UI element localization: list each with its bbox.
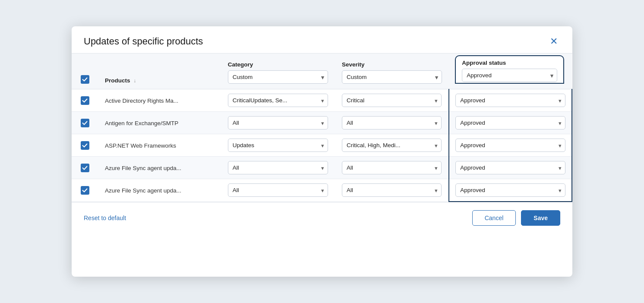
row-severity-select[interactable]: Critical, High, Medi...AllCriticalHigh xyxy=(342,139,442,152)
header-category-select[interactable]: Custom All CriticalUpdates Updates xyxy=(228,70,328,84)
row-category-select-wrap: AllCriticalUpdatesUpdates ▾ xyxy=(228,161,328,174)
header-checkbox[interactable] xyxy=(81,75,89,84)
header-approval-select-wrap: Approved All Not approved Pending ▾ xyxy=(462,69,557,82)
dialog-header: Updates of specific products ✕ xyxy=(72,26,572,54)
row-approval-select-wrap: ApprovedAllNot approved ▾ xyxy=(455,116,565,129)
table-row: Antigen for Exchange/SMTP AllCriticalUpd… xyxy=(72,112,572,134)
dialog-title: Updates of specific products xyxy=(84,36,203,47)
row-severity-cell: AllCriticalHighMedium ▾ xyxy=(335,157,449,179)
row-product-name: Azure File Sync agent upda... xyxy=(98,157,221,179)
row-severity-cell: Critical, High, Medi...AllCriticalHigh ▾ xyxy=(335,134,449,157)
row-approval-select[interactable]: ApprovedAllNot approved xyxy=(455,183,565,197)
row-approval-cell: ApprovedAllNot approved ▾ xyxy=(449,179,572,202)
sort-icon: ↓ xyxy=(133,78,136,84)
col-header-category: Category Custom All CriticalUpdates Upda… xyxy=(221,54,335,89)
table-row: ASP.NET Web Frameworks UpdatesAllCritica… xyxy=(72,134,572,157)
row-checkbox-cell xyxy=(72,134,98,157)
row-category-select-wrap: AllCriticalUpdatesUpdates ▾ xyxy=(228,183,328,197)
row-severity-select[interactable]: AllCriticalHighMedium xyxy=(342,183,442,197)
row-checkbox-cell xyxy=(72,157,98,179)
row-severity-select[interactable]: CriticalAllHighMedium xyxy=(342,94,442,107)
row-severity-select-wrap: CriticalAllHighMedium ▾ xyxy=(342,94,442,107)
row-severity-select-wrap: AllCriticalHighMedium ▾ xyxy=(342,161,442,174)
col-header-product: Products ↓ xyxy=(98,54,221,89)
row-severity-cell: CriticalAllHighMedium ▾ xyxy=(335,89,449,112)
row-category-select-wrap: AllCriticalUpdatesUpdates ▾ xyxy=(228,116,328,129)
row-approval-select-wrap: ApprovedAllNot approved ▾ xyxy=(455,161,565,174)
row-category-select[interactable]: AllCriticalUpdatesUpdates xyxy=(228,116,328,129)
row-checkbox[interactable] xyxy=(81,141,89,150)
row-category-select[interactable]: AllCriticalUpdatesUpdates xyxy=(228,183,328,197)
row-approval-select-wrap: ApprovedAllNot approved ▾ xyxy=(455,94,565,107)
row-approval-select[interactable]: ApprovedAllNot approved xyxy=(455,116,565,129)
table-row: Azure File Sync agent upda... AllCritica… xyxy=(72,157,572,179)
row-approval-cell: ApprovedAllNot approved ▾ xyxy=(449,89,572,112)
row-product-name: Active Directory Rights Ma... xyxy=(98,89,221,112)
row-approval-select-wrap: ApprovedAllNot approved ▾ xyxy=(455,139,565,152)
row-category-select[interactable]: CriticalUpdates, Se...AllCriticalUpdates xyxy=(228,94,328,107)
table-row: Active Directory Rights Ma... CriticalUp… xyxy=(72,89,572,112)
row-approval-cell: ApprovedAllNot approved ▾ xyxy=(449,157,572,179)
row-category-cell: AllCriticalUpdatesUpdates ▾ xyxy=(221,157,335,179)
row-category-select[interactable]: AllCriticalUpdatesUpdates xyxy=(228,161,328,174)
reset-to-default-button[interactable]: Reset to default xyxy=(84,215,126,221)
row-checkbox[interactable] xyxy=(81,96,89,105)
row-category-cell: AllCriticalUpdatesUpdates ▾ xyxy=(221,179,335,202)
row-category-cell: UpdatesAllCriticalUpdates ▾ xyxy=(221,134,335,157)
row-severity-select-wrap: AllCriticalHighMedium ▾ xyxy=(342,116,442,129)
row-checkbox[interactable] xyxy=(81,186,89,195)
row-product-name: Azure File Sync agent upda... xyxy=(98,179,221,202)
table-wrapper: Products ↓ Category Custom All CriticalU… xyxy=(72,54,572,202)
row-approval-select[interactable]: ApprovedAllNot approved xyxy=(455,161,565,174)
table-row: Azure File Sync agent upda... AllCritica… xyxy=(72,179,572,202)
row-category-cell: AllCriticalUpdatesUpdates ▾ xyxy=(221,112,335,134)
footer-buttons: Cancel Save xyxy=(472,210,560,226)
row-category-select[interactable]: UpdatesAllCriticalUpdates xyxy=(228,139,328,152)
row-approval-select-wrap: ApprovedAllNot approved ▾ xyxy=(455,183,565,197)
row-severity-select-wrap: AllCriticalHighMedium ▾ xyxy=(342,183,442,197)
row-approval-select[interactable]: ApprovedAllNot approved xyxy=(455,139,565,152)
col-header-severity: Severity Custom All Critical High Medium… xyxy=(335,54,449,89)
row-category-cell: CriticalUpdates, Se...AllCriticalUpdates… xyxy=(221,89,335,112)
row-severity-select-wrap: Critical, High, Medi...AllCriticalHigh ▾ xyxy=(342,139,442,152)
close-button[interactable]: ✕ xyxy=(547,36,560,47)
save-button[interactable]: Save xyxy=(521,210,560,226)
row-category-select-wrap: CriticalUpdates, Se...AllCriticalUpdates… xyxy=(228,94,328,107)
dialog: Updates of specific products ✕ Products xyxy=(72,26,572,277)
approval-header-box: Approval status Approved All Not approve… xyxy=(455,55,564,84)
col-header-approval: Approval status Approved All Not approve… xyxy=(449,54,572,89)
header-severity-select-wrap: Custom All Critical High Medium ▾ xyxy=(342,70,442,84)
row-checkbox-cell xyxy=(72,112,98,134)
row-category-select-wrap: UpdatesAllCriticalUpdates ▾ xyxy=(228,139,328,152)
row-approval-cell: ApprovedAllNot approved ▾ xyxy=(449,134,572,157)
header-category-select-wrap: Custom All CriticalUpdates Updates ▾ xyxy=(228,70,328,84)
row-checkbox[interactable] xyxy=(81,164,89,172)
dialog-footer: Reset to default Cancel Save xyxy=(72,202,572,234)
row-severity-select[interactable]: AllCriticalHighMedium xyxy=(342,161,442,174)
cancel-button[interactable]: Cancel xyxy=(472,210,516,226)
products-table: Products ↓ Category Custom All CriticalU… xyxy=(72,54,572,202)
row-product-name: Antigen for Exchange/SMTP xyxy=(98,112,221,134)
row-checkbox-cell xyxy=(72,179,98,202)
row-approval-cell: ApprovedAllNot approved ▾ xyxy=(449,112,572,134)
col-header-check xyxy=(72,54,98,89)
table-body: Active Directory Rights Ma... CriticalUp… xyxy=(72,89,572,202)
header-severity-select[interactable]: Custom All Critical High Medium xyxy=(342,70,442,84)
row-severity-cell: AllCriticalHighMedium ▾ xyxy=(335,112,449,134)
row-severity-cell: AllCriticalHighMedium ▾ xyxy=(335,179,449,202)
row-product-name: ASP.NET Web Frameworks xyxy=(98,134,221,157)
row-checkbox-cell xyxy=(72,89,98,112)
header-approval-select[interactable]: Approved All Not approved Pending xyxy=(462,69,557,82)
row-severity-select[interactable]: AllCriticalHighMedium xyxy=(342,116,442,129)
row-checkbox[interactable] xyxy=(81,119,89,127)
table-header-row: Products ↓ Category Custom All CriticalU… xyxy=(72,54,572,89)
row-approval-select[interactable]: ApprovedAllNot approved xyxy=(455,94,565,107)
